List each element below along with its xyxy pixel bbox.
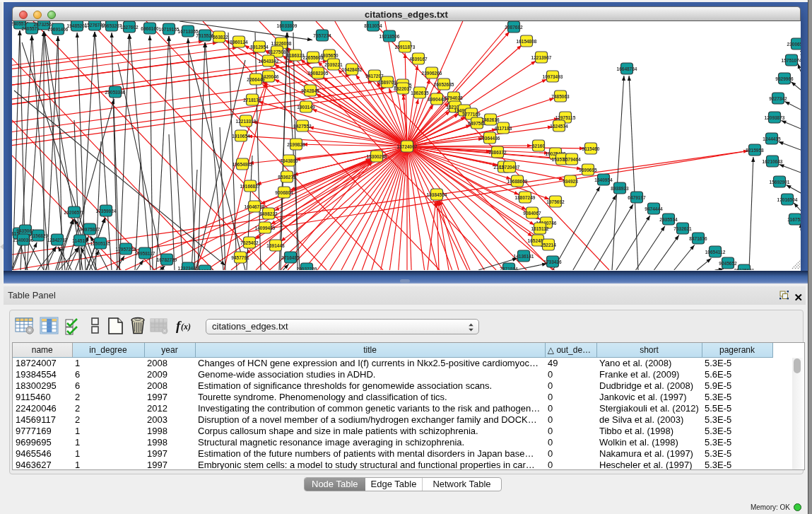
svg-text:26082305: 26082305 <box>308 71 329 76</box>
svg-text:18300295: 18300295 <box>367 154 387 159</box>
svg-text:9579464: 9579464 <box>563 157 581 162</box>
svg-text:7515526: 7515526 <box>196 33 214 38</box>
svg-text:8471676: 8471676 <box>689 236 707 241</box>
svg-text:23906266: 23906266 <box>422 71 442 76</box>
svg-text:7462616: 7462616 <box>481 117 500 122</box>
svg-text:9115460: 9115460 <box>582 146 600 151</box>
svg-text:4343890: 4343890 <box>280 158 298 163</box>
svg-text:16046738: 16046738 <box>245 204 265 209</box>
svg-text:1975692: 1975692 <box>546 199 565 204</box>
svg-text:6966160: 6966160 <box>141 26 159 31</box>
svg-text:9474444: 9474444 <box>645 206 663 211</box>
svg-text:7632621: 7632621 <box>673 226 692 231</box>
svg-text:1615112: 1615112 <box>531 226 549 231</box>
svg-text:2090399: 2090399 <box>196 269 214 271</box>
svg-text:9777169: 9777169 <box>462 112 481 117</box>
svg-text:12505135: 12505135 <box>90 241 111 246</box>
svg-text:16210643: 16210643 <box>763 159 783 164</box>
svg-text:1640954: 1640954 <box>594 177 613 182</box>
svg-text:1527602: 1527602 <box>120 25 139 30</box>
svg-text:9245652: 9245652 <box>719 261 737 266</box>
svg-text:7386372: 7386372 <box>488 150 507 155</box>
svg-text:3716485: 3716485 <box>281 255 300 260</box>
svg-text:9227342: 9227342 <box>769 96 787 101</box>
svg-text:20032259: 20032259 <box>297 267 317 271</box>
svg-text:9084067: 9084067 <box>523 211 541 216</box>
svg-text:90975887: 90975887 <box>80 227 100 232</box>
svg-text:8186323: 8186323 <box>286 53 305 58</box>
svg-text:21400396: 21400396 <box>13 238 34 243</box>
svg-text:16648784: 16648784 <box>617 66 637 71</box>
svg-text:10428452: 10428452 <box>342 67 363 72</box>
svg-text:12975115: 12975115 <box>555 115 576 120</box>
svg-text:20206576: 20206576 <box>64 210 85 215</box>
svg-text:7357274: 7357274 <box>313 33 331 38</box>
svg-text:10654112: 10654112 <box>705 250 726 255</box>
svg-text:10973493: 10973493 <box>543 74 563 79</box>
svg-text:19384554: 19384554 <box>427 192 447 197</box>
svg-text:20364436: 20364436 <box>480 136 500 141</box>
svg-text:2266449: 2266449 <box>247 77 265 82</box>
svg-text:10653267: 10653267 <box>102 23 122 28</box>
svg-text:16154808: 16154808 <box>517 39 537 44</box>
svg-text:8990448: 8990448 <box>428 97 446 102</box>
svg-text:1691448: 1691448 <box>266 243 285 248</box>
svg-text:9242845: 9242845 <box>301 88 319 93</box>
svg-text:8536273: 8536273 <box>278 175 296 180</box>
svg-text:18807249: 18807249 <box>515 195 536 200</box>
svg-text:1244415: 1244415 <box>763 136 781 141</box>
svg-text:16033809: 16033809 <box>277 23 298 28</box>
svg-text:(x): (x) <box>181 322 191 332</box>
svg-text:15751074: 15751074 <box>782 58 801 63</box>
svg-text:10688609: 10688609 <box>507 179 528 184</box>
svg-text:15720407: 15720407 <box>500 165 520 170</box>
svg-text:12213967: 12213967 <box>531 55 552 60</box>
svg-text:1362615: 1362615 <box>411 90 429 95</box>
svg-text:1733426: 1733426 <box>543 259 562 264</box>
svg-text:24732561: 24732561 <box>34 22 54 27</box>
svg-text:8938923: 8938923 <box>611 186 629 191</box>
svg-text:16543342: 16543342 <box>259 59 279 64</box>
svg-text:8912954: 8912954 <box>250 45 269 49</box>
svg-text:12093873: 12093873 <box>765 115 785 120</box>
svg-text:2718170: 2718170 <box>243 98 261 103</box>
svg-text:114519: 114519 <box>72 238 88 243</box>
svg-text:8960124: 8960124 <box>230 40 248 45</box>
svg-text:2039221: 2039221 <box>324 62 343 67</box>
svg-text:26052685: 26052685 <box>434 82 454 87</box>
svg-text:14099489: 14099489 <box>255 226 276 230</box>
svg-text:4639167: 4639167 <box>409 57 428 62</box>
svg-text:16782759: 16782759 <box>157 257 177 262</box>
svg-text:6479197: 6479197 <box>628 195 646 200</box>
svg-text:934923: 934923 <box>563 179 578 184</box>
svg-text:6794028: 6794028 <box>445 95 463 100</box>
svg-text:12213319: 12213319 <box>236 119 257 124</box>
svg-text:19218506: 19218506 <box>379 34 400 39</box>
svg-text:17016504: 17016504 <box>777 197 798 202</box>
svg-text:20691406: 20691406 <box>48 27 69 32</box>
svg-text:10958117: 10958117 <box>135 251 155 256</box>
svg-text:2087682: 2087682 <box>505 25 523 30</box>
svg-text:9699695: 9699695 <box>579 168 597 173</box>
svg-text:1624574: 1624574 <box>550 124 568 129</box>
svg-text:19654983: 19654983 <box>233 162 253 167</box>
svg-text:9329966: 9329966 <box>775 76 794 81</box>
svg-text:23006503: 23006503 <box>787 42 801 47</box>
svg-text:8498222: 8498222 <box>259 211 278 216</box>
svg-text:4935650: 4935650 <box>320 53 339 58</box>
svg-text:7485063: 7485063 <box>551 94 570 99</box>
svg-text:13226058: 13226058 <box>271 41 292 46</box>
svg-text:4117183: 4117183 <box>495 126 512 131</box>
svg-text:2199828: 2199828 <box>287 142 305 147</box>
svg-text:18724007: 18724007 <box>397 144 418 149</box>
svg-text:8813054: 8813054 <box>364 23 382 28</box>
svg-text:2935514: 2935514 <box>659 217 678 222</box>
svg-text:9127508: 9127508 <box>268 49 286 54</box>
svg-text:8822037: 8822037 <box>394 86 412 91</box>
svg-text:9006804: 9006804 <box>275 190 293 195</box>
svg-text:252214: 252214 <box>541 243 556 247</box>
svg-text:17359924: 17359924 <box>96 209 117 214</box>
svg-text:19166827: 19166827 <box>240 184 261 189</box>
svg-text:7625402: 7625402 <box>240 240 259 245</box>
svg-text:62160: 62160 <box>532 144 545 148</box>
